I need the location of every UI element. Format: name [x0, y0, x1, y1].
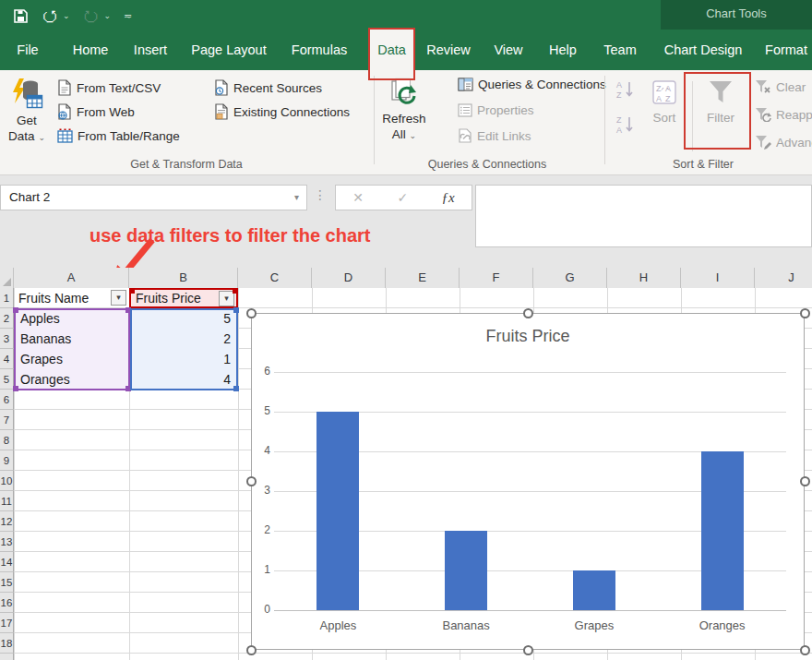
row-header-11[interactable]: 11	[0, 491, 14, 511]
chart-bar-apples[interactable]	[316, 412, 359, 610]
cancel-icon: ✕	[352, 190, 364, 205]
from-table-range-button[interactable]: From Table/Range	[57, 128, 180, 143]
cell-B2[interactable]: 5	[132, 308, 235, 329]
refresh-all-button[interactable]: Refresh All ⌄	[378, 76, 430, 144]
column-header-D[interactable]: D	[312, 268, 386, 288]
row-header-9[interactable]: 9	[0, 450, 14, 471]
column-header-B[interactable]: B	[129, 268, 238, 288]
cell-B1[interactable]: Fruits Price ▾	[129, 288, 238, 308]
column-header-I[interactable]: I	[681, 268, 755, 288]
clear-filter-button: Clear	[755, 79, 806, 94]
row-header-13[interactable]: 13	[0, 532, 14, 552]
tab-insert[interactable]: Insert	[134, 30, 167, 70]
select-all-corner[interactable]	[0, 268, 14, 288]
queries-connections-button[interactable]: Queries & Connections	[458, 78, 606, 91]
row-header-15[interactable]: 15	[0, 572, 14, 593]
formula-bar-grip-icon[interactable]: ⋮	[314, 187, 327, 202]
row-header-18[interactable]: 18	[0, 633, 14, 654]
advanced-filter-icon	[755, 135, 771, 150]
redo-dropdown-icon: ⌄	[104, 11, 112, 20]
tab-file[interactable]: File	[17, 30, 38, 70]
cell-A2[interactable]: Apples	[16, 308, 126, 329]
tab-team[interactable]: Team	[603, 30, 636, 70]
chart-resize-handle[interactable]	[800, 645, 810, 655]
row-header-17[interactable]: 17	[0, 613, 14, 633]
row-header-3[interactable]: 3	[0, 329, 14, 349]
quick-access-toolbar: ⭯ ⌄ ⭮ ⌄ ≂	[13, 4, 132, 28]
customize-quick-access-icon[interactable]: ≂	[124, 10, 132, 22]
cell-B5[interactable]: 4	[132, 369, 235, 390]
chart-resize-handle[interactable]	[246, 476, 257, 486]
column-header-C[interactable]: C	[238, 268, 312, 288]
from-text-csv-button[interactable]: From Text/CSV	[57, 79, 161, 96]
tab-help[interactable]: Help	[549, 30, 577, 70]
column-header-F[interactable]: F	[460, 268, 533, 288]
recent-sources-button[interactable]: Recent Sources	[214, 79, 322, 96]
cell-A5[interactable]: Oranges	[16, 369, 126, 390]
row-header-19[interactable]: 19	[0, 654, 14, 660]
chart-resize-handle[interactable]	[246, 645, 257, 655]
tab-data[interactable]: Data	[368, 30, 415, 70]
save-icon[interactable]	[13, 8, 29, 24]
from-web-button[interactable]: From Web	[57, 103, 135, 120]
name-box-dropdown-icon[interactable]: ▾	[294, 186, 299, 210]
column-header-E[interactable]: E	[386, 268, 460, 288]
chart-x-label: Bananas	[442, 618, 489, 632]
chart-bar-oranges[interactable]	[701, 451, 744, 610]
row-header-16[interactable]: 16	[0, 593, 14, 613]
cell-A1[interactable]: Fruits Name ▾	[14, 288, 129, 308]
spreadsheet-grid[interactable]: ABCDEFGHIJ 12345678910111213141516171819…	[0, 268, 812, 660]
column-header-A[interactable]: A	[14, 268, 129, 288]
row-header-7[interactable]: 7	[0, 410, 14, 430]
existing-connections-button[interactable]: Existing Connections	[214, 103, 350, 120]
chart-title[interactable]: Fruits Price	[252, 327, 804, 346]
row-header-5[interactable]: 5	[0, 369, 14, 390]
tab-review[interactable]: Review	[426, 30, 471, 70]
column-header-H[interactable]: H	[607, 268, 681, 288]
column-header-J[interactable]: J	[755, 268, 812, 288]
row-header-8[interactable]: 8	[0, 430, 14, 450]
range-handle[interactable]	[129, 288, 135, 294]
cell-A4[interactable]: Grapes	[16, 349, 126, 369]
from-table-range-icon	[57, 128, 73, 143]
cell-B3[interactable]: 2	[132, 329, 235, 349]
tab-format[interactable]: Format	[765, 30, 807, 70]
cell-A3[interactable]: Bananas	[16, 329, 126, 349]
range-handle[interactable]	[233, 288, 238, 294]
name-box[interactable]: Chart 2 ▾	[0, 185, 307, 210]
undo-dropdown-icon[interactable]: ⌄	[63, 11, 70, 20]
insert-function-icon[interactable]: ƒx	[442, 190, 455, 206]
row-header-10[interactable]: 10	[0, 471, 14, 491]
tab-view[interactable]: View	[494, 30, 522, 70]
svg-text:Z: Z	[665, 94, 671, 103]
embedded-bar-chart[interactable]: Fruits Price 6543210ApplesBananasGrapesO…	[251, 313, 805, 650]
tab-chart-design[interactable]: Chart Design	[664, 30, 743, 70]
row-header-1[interactable]: 1	[0, 288, 14, 308]
recent-sources-icon	[214, 79, 229, 96]
chart-resize-handle[interactable]	[523, 308, 533, 318]
filter-button: Filter	[699, 78, 742, 125]
undo-icon[interactable]: ⭯	[42, 8, 58, 24]
cell-B4[interactable]: 1	[132, 349, 235, 369]
row-header-6[interactable]: 6	[0, 390, 14, 410]
row-header-12[interactable]: 12	[0, 511, 14, 532]
chart-resize-handle[interactable]	[800, 308, 810, 318]
chart-resize-handle[interactable]	[523, 645, 533, 655]
chart-resize-handle[interactable]	[800, 476, 810, 486]
tab-home[interactable]: Home	[73, 30, 109, 70]
fruits-name-filter-dropdown[interactable]: ▾	[111, 290, 126, 306]
group-divider	[604, 76, 605, 164]
formula-input[interactable]	[475, 185, 812, 247]
row-header-14[interactable]: 14	[0, 552, 14, 572]
row-header-4[interactable]: 4	[0, 349, 14, 369]
svg-text:A: A	[616, 126, 622, 135]
chart-bar-bananas[interactable]	[445, 531, 487, 610]
row-header-2[interactable]: 2	[0, 308, 14, 329]
chart-bar-grapes[interactable]	[573, 570, 615, 610]
tab-formulas[interactable]: Formulas	[292, 30, 347, 70]
column-header-G[interactable]: G	[533, 268, 607, 288]
tab-page-layout[interactable]: Page Layout	[191, 30, 266, 70]
get-data-button[interactable]: Get Data ⌄	[4, 76, 50, 146]
chart-resize-handle[interactable]	[246, 308, 257, 318]
svg-text:Z: Z	[656, 84, 662, 93]
